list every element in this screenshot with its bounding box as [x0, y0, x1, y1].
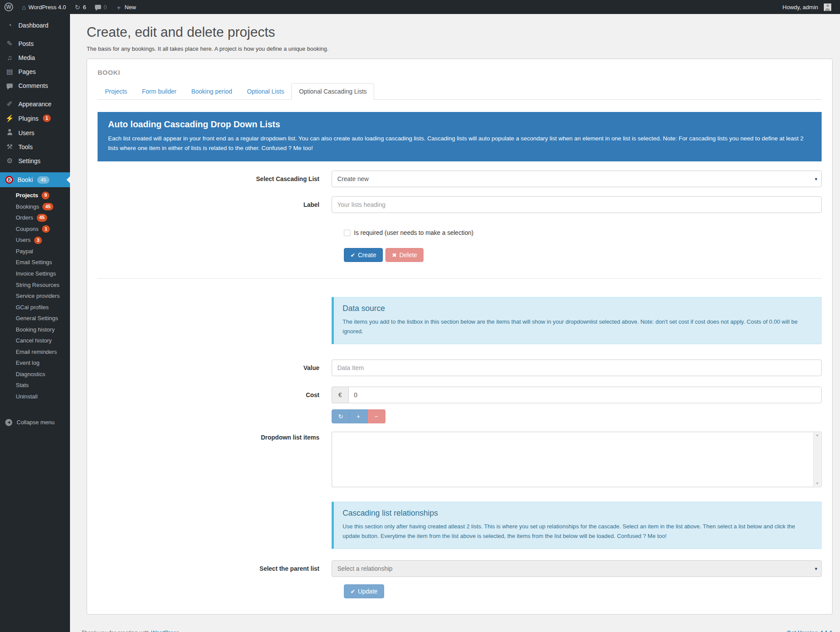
cascading-list-select[interactable]: Create new ▾ — [332, 171, 822, 187]
submenu-item-email-settings[interactable]: Email Settings — [0, 257, 70, 268]
dashboard-icon: ◔ — [5, 22, 14, 29]
submenu-item-cancel-history[interactable]: Cancel history — [0, 335, 70, 346]
submenu-label: Coupons — [16, 225, 38, 233]
new-content-menu[interactable]: ＋ New — [111, 0, 140, 14]
submenu-item-string-resources[interactable]: String Resources — [0, 279, 70, 291]
relationships-description: Use this section only after having creat… — [343, 522, 812, 541]
listbox-scrollbar[interactable]: ▲ ▼ — [813, 433, 821, 486]
submenu-label: Email reminders — [16, 348, 57, 356]
remove-item-button[interactable]: − — [368, 409, 385, 423]
tab-booking-period[interactable]: Booking period — [184, 83, 239, 100]
sidebar-item-settings[interactable]: ⚙ Settings — [0, 154, 70, 168]
sidebar-item-pages[interactable]: ▤ Pages — [0, 65, 70, 79]
submenu-item-paypal[interactable]: Paypal — [0, 246, 70, 257]
parent-list-selected-value: Select a relationship — [337, 565, 392, 572]
submenu-item-invoice-settings[interactable]: Invoice Settings — [0, 268, 70, 279]
submenu-item-email-reminders[interactable]: Email reminders — [0, 346, 70, 358]
section-divider — [98, 278, 822, 279]
cost-input[interactable] — [348, 387, 822, 403]
collapse-menu-label: Collapse menu — [17, 419, 55, 426]
parent-list-label: Select the parent list — [98, 560, 332, 577]
sidebar-item-plugins[interactable]: ⚡ Plugins 1 — [0, 111, 70, 126]
admin-footer: Thank you for creating with WordPress. G… — [81, 615, 833, 632]
delete-button[interactable]: ✖ Delete — [385, 248, 424, 262]
tab-optional-lists[interactable]: Optional Lists — [240, 83, 292, 100]
submenu-item-coupons[interactable]: Coupons 1 — [0, 223, 70, 235]
submenu-item-service-providers[interactable]: Service providers — [0, 290, 70, 302]
submenu-item-bookings[interactable]: Bookings 45 — [0, 201, 70, 213]
sidebar-item-label: Tools — [18, 143, 33, 150]
tab-bar: Projects Form builder Booking period Opt… — [98, 83, 822, 100]
site-name-label: WordPress 4.0 — [28, 4, 66, 10]
wp-logo-menu[interactable]: W — [0, 0, 18, 14]
sidebar-item-media[interactable]: ♫ Media — [0, 51, 70, 65]
submenu-item-event-log[interactable]: Event log — [0, 357, 70, 369]
relationships-callout: Cascading list relationships Use this se… — [332, 502, 822, 549]
booki-logo-icon: B — [5, 176, 13, 184]
is-required-label: Is required (user needs to make a select… — [354, 229, 473, 236]
booki-panel: BOOKI Projects Form builder Booking peri… — [87, 59, 833, 615]
create-button[interactable]: ✔ Create — [344, 248, 383, 262]
tab-optional-cascading-lists[interactable]: Optional Cascading Lists — [291, 83, 374, 100]
media-icon: ♫ — [5, 54, 14, 61]
submenu-item-general-settings[interactable]: General Settings — [0, 313, 70, 324]
submenu-item-uninstall[interactable]: Uninstall — [0, 391, 70, 402]
footer-thanks-text: Thank you for creating with — [81, 629, 151, 632]
main-content: Create, edit and delete projects The bas… — [70, 14, 840, 632]
my-account-menu[interactable]: Howdy, admin — [778, 0, 836, 14]
wordpress-link[interactable]: WordPress. — [151, 629, 181, 632]
submenu-item-users[interactable]: Users 3 — [0, 234, 70, 246]
sidebar-item-dashboard[interactable]: ◔ Dashboard — [0, 18, 70, 32]
label-field-label: Label — [98, 196, 332, 213]
add-item-button[interactable]: + — [350, 409, 368, 423]
label-input[interactable] — [332, 196, 822, 213]
dropdown-items-listbox[interactable]: ▲ ▼ — [332, 432, 822, 487]
data-source-description: The items you add to the listbox in this… — [343, 317, 812, 336]
submenu-label: String Resources — [16, 281, 60, 289]
collapse-menu-button[interactable]: ◀ Collapse menu — [0, 416, 70, 429]
site-name-menu[interactable]: ⌂ WordPress 4.0 — [18, 0, 70, 14]
submenu-label: Uninstall — [16, 393, 38, 401]
tab-projects[interactable]: Projects — [98, 83, 135, 100]
users-icon — [5, 129, 14, 136]
posts-icon: ✎ — [5, 40, 14, 47]
is-required-checkbox[interactable] — [344, 230, 350, 236]
submenu-label: Diagnostics — [16, 370, 45, 378]
get-version-link[interactable]: Get Version 4.1.1 — [787, 629, 833, 632]
parent-list-select[interactable]: Select a relationship ▾ — [332, 560, 822, 577]
booki-submenu: Projects 9 Bookings 45 Orders 45 Coupons… — [0, 187, 70, 405]
submenu-item-projects[interactable]: Projects 9 — [0, 190, 70, 201]
sidebar-item-users[interactable]: Users — [0, 126, 70, 140]
booki-badge: 45 — [37, 176, 49, 184]
sidebar-item-posts[interactable]: ✎ Posts — [0, 37, 70, 51]
submenu-item-orders[interactable]: Orders 45 — [0, 212, 70, 223]
submenu-label: Email Settings — [16, 258, 52, 266]
value-input[interactable] — [332, 360, 822, 376]
sidebar-item-comments[interactable]: Comments — [0, 79, 70, 93]
plus-icon: ＋ — [116, 4, 122, 10]
value-field-label: Value — [98, 360, 332, 376]
page-title: Create, edit and delete projects — [87, 20, 833, 41]
avatar — [824, 3, 831, 11]
update-button[interactable]: ✔ Update — [344, 584, 384, 598]
sidebar-item-appearance[interactable]: ✐ Appearance — [0, 97, 70, 111]
submenu-label: General Settings — [16, 314, 58, 322]
scroll-up-icon[interactable]: ▲ — [816, 433, 819, 437]
submenu-item-stats[interactable]: Stats — [0, 380, 70, 391]
check-icon: ✔ — [350, 252, 355, 258]
comments-bubble-icon — [95, 5, 101, 9]
scroll-down-icon[interactable]: ▼ — [816, 482, 819, 485]
submenu-item-gcal-profiles[interactable]: GCal profiles — [0, 302, 70, 313]
refresh-button[interactable]: ↻ — [332, 409, 350, 423]
plugins-badge: 1 — [43, 115, 51, 122]
comments-menu[interactable]: 0 — [91, 0, 111, 14]
submenu-item-diagnostics[interactable]: Diagnostics — [0, 369, 70, 380]
sidebar-item-tools[interactable]: ⚒ Tools — [0, 140, 70, 154]
cascading-lists-intro-panel: Auto loading Cascading Drop Down Lists E… — [98, 112, 822, 161]
updates-menu[interactable]: ↻ 6 — [70, 0, 91, 14]
tab-form-builder[interactable]: Form builder — [135, 83, 184, 100]
sidebar-item-booki[interactable]: B Booki 45 — [0, 172, 70, 187]
submenu-label: Paypal — [16, 248, 33, 255]
comments-icon — [5, 82, 14, 89]
submenu-item-booking-history[interactable]: Booking history — [0, 324, 70, 335]
